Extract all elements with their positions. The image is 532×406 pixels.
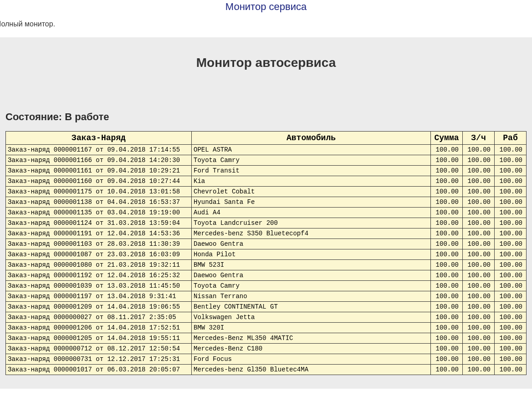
monitor-title: Монитор автосервиса xyxy=(0,56,532,70)
cell-zch: 100.00 xyxy=(463,176,495,187)
cell-zch: 100.00 xyxy=(463,260,495,270)
cell-order: Заказ-наряд 0000001161 от 09.04.2018 10:… xyxy=(6,166,192,176)
cell-vehicle: Mercedes-benz Gl350 Bluetec4MA xyxy=(192,365,431,375)
cell-rab: 100.00 xyxy=(495,228,527,239)
cell-rab: 100.00 xyxy=(495,333,527,344)
cell-zch: 100.00 xyxy=(463,218,495,228)
cell-zch: 100.00 xyxy=(463,208,495,218)
cell-vehicle: Nissan Terrano xyxy=(192,291,431,302)
cell-sum: 100.00 xyxy=(431,270,463,281)
cell-rab: 100.00 xyxy=(495,365,527,375)
header-zch: З/ч xyxy=(463,132,495,145)
cell-zch: 100.00 xyxy=(463,197,495,208)
cell-order: Заказ-наряд 0000001138 от 04.04.2018 16:… xyxy=(6,197,192,208)
cell-vehicle: Kia xyxy=(192,176,431,187)
cell-sum: 100.00 xyxy=(431,281,463,291)
cell-order: Заказ-наряд 0000001017 от 06.03.2018 20:… xyxy=(6,365,192,375)
cell-vehicle: Chevrolet Cobalt xyxy=(192,187,431,197)
cell-order: Заказ-наряд 0000001135 от 03.04.2018 19:… xyxy=(6,208,192,218)
cell-zch: 100.00 xyxy=(463,302,495,312)
header-vehicle: Автомобиль xyxy=(192,132,431,145)
table-row: Заказ-наряд 0000001087 от 23.03.2018 16:… xyxy=(6,249,527,260)
cell-rab: 100.00 xyxy=(495,208,527,218)
cell-order: Заказ-наряд 0000001080 от 21.03.2018 19:… xyxy=(6,260,192,270)
header-order: Заказ-Наряд xyxy=(6,132,192,145)
table-row: Заказ-наряд 0000001197 от 13.04.2018 9:3… xyxy=(6,291,527,302)
cell-zch: 100.00 xyxy=(463,145,495,155)
table-row: Заказ-наряд 0000001192 от 12.04.2018 16:… xyxy=(6,270,527,281)
cell-order: Заказ-наряд 0000001192 от 12.04.2018 16:… xyxy=(6,270,192,281)
cell-order: Заказ-наряд 0000001197 от 13.04.2018 9:3… xyxy=(6,291,192,302)
cell-rab: 100.00 xyxy=(495,281,527,291)
cell-order: Заказ-наряд 0000000027 от 08.11.2017 2:3… xyxy=(6,312,192,323)
cell-order: Заказ-наряд 0000001209 от 14.04.2018 19:… xyxy=(6,302,192,312)
cell-zch: 100.00 xyxy=(463,249,495,260)
content-area: Монитор автосервиса Состояние: В работе … xyxy=(0,37,532,389)
table-row: Заказ-наряд 0000001138 от 04.04.2018 16:… xyxy=(6,197,527,208)
cell-rab: 100.00 xyxy=(495,218,527,228)
cell-vehicle: BMW 523I xyxy=(192,260,431,270)
cell-order: Заказ-наряд 0000001166 от 09.04.2018 14:… xyxy=(6,155,192,166)
cell-order: Заказ-наряд 0000001175 от 10.04.2018 13:… xyxy=(6,187,192,197)
cell-order: Заказ-наряд 0000001167 от 09.04.2018 17:… xyxy=(6,145,192,155)
cell-zch: 100.00 xyxy=(463,166,495,176)
cell-zch: 100.00 xyxy=(463,187,495,197)
cell-order: Заказ-наряд 0000001039 от 13.03.2018 11:… xyxy=(6,281,192,291)
cell-vehicle: Daewoo Gentra xyxy=(192,239,431,249)
cell-vehicle: Mercedes-Benz C180 xyxy=(192,344,431,354)
cell-vehicle: Ford Transit xyxy=(192,166,431,176)
table-row: Заказ-наряд 0000001161 от 09.04.2018 10:… xyxy=(6,166,527,176)
cell-zch: 100.00 xyxy=(463,228,495,239)
cell-vehicle: Bentley CONTINENTAL GT xyxy=(192,302,431,312)
cell-order: Заказ-наряд 0000001205 от 14.04.2018 19:… xyxy=(6,333,192,344)
table-row: Заказ-наряд 0000000027 от 08.11.2017 2:3… xyxy=(6,312,527,323)
cell-zch: 100.00 xyxy=(463,312,495,323)
table-row: Заказ-наряд 0000001103 от 28.03.2018 11:… xyxy=(6,239,527,249)
cell-rab: 100.00 xyxy=(495,260,527,270)
orders-table: Заказ-Наряд Автомобиль Сумма З/ч Раб Зак… xyxy=(5,131,527,375)
page-subtitle: Іолный монитор. xyxy=(0,16,532,37)
cell-zch: 100.00 xyxy=(463,354,495,365)
header-sum: Сумма xyxy=(431,132,463,145)
cell-rab: 100.00 xyxy=(495,187,527,197)
cell-zch: 100.00 xyxy=(463,333,495,344)
cell-sum: 100.00 xyxy=(431,187,463,197)
cell-sum: 100.00 xyxy=(431,354,463,365)
cell-rab: 100.00 xyxy=(495,344,527,354)
cell-order: Заказ-наряд 0000001160 от 09.04.2018 10:… xyxy=(6,176,192,187)
table-row: Заказ-наряд 0000001209 от 14.04.2018 19:… xyxy=(6,302,527,312)
cell-vehicle: OPEL ASTRA xyxy=(192,145,431,155)
cell-rab: 100.00 xyxy=(495,270,527,281)
cell-vehicle: Mercedes-benz S350 Bluetecopf4 xyxy=(192,228,431,239)
cell-zch: 100.00 xyxy=(463,281,495,291)
header-rab: Раб xyxy=(495,132,527,145)
cell-sum: 100.00 xyxy=(431,145,463,155)
table-row: Заказ-наряд 0000001205 от 14.04.2018 19:… xyxy=(6,333,527,344)
table-row: Заказ-наряд 0000001206 от 14.04.2018 17:… xyxy=(6,323,527,333)
cell-order: Заказ-наряд 0000000731 от 12.12.2017 17:… xyxy=(6,354,192,365)
cell-order: Заказ-наряд 0000000712 от 08.12.2017 12:… xyxy=(6,344,192,354)
cell-vehicle: Toyota Camry xyxy=(192,281,431,291)
table-row: Заказ-наряд 0000001167 от 09.04.2018 17:… xyxy=(6,145,527,155)
table-header-row: Заказ-Наряд Автомобиль Сумма З/ч Раб xyxy=(6,132,527,145)
table-row: Заказ-наряд 0000001039 от 13.03.2018 11:… xyxy=(6,281,527,291)
cell-order: Заказ-наряд 0000001103 от 28.03.2018 11:… xyxy=(6,239,192,249)
cell-sum: 100.00 xyxy=(431,239,463,249)
table-row: Заказ-наряд 0000001017 от 06.03.2018 20:… xyxy=(6,365,527,375)
table-row: Заказ-наряд 0000000731 от 12.12.2017 17:… xyxy=(6,354,527,365)
cell-vehicle: Toyota Landcruiser 200 xyxy=(192,218,431,228)
page-header: Монитор сервиса xyxy=(0,0,532,16)
cell-order: Заказ-наряд 0000001206 от 14.04.2018 17:… xyxy=(6,323,192,333)
cell-sum: 100.00 xyxy=(431,218,463,228)
cell-zch: 100.00 xyxy=(463,291,495,302)
cell-sum: 100.00 xyxy=(431,166,463,176)
status-title: Состояние: В работе xyxy=(5,111,532,123)
cell-rab: 100.00 xyxy=(495,176,527,187)
cell-sum: 100.00 xyxy=(431,344,463,354)
table-row: Заказ-наряд 0000001160 от 09.04.2018 10:… xyxy=(6,176,527,187)
cell-vehicle: Toyota Camry xyxy=(192,155,431,166)
cell-rab: 100.00 xyxy=(495,155,527,166)
cell-order: Заказ-наряд 0000001191 от 12.04.2018 14:… xyxy=(6,228,192,239)
cell-zch: 100.00 xyxy=(463,323,495,333)
cell-zch: 100.00 xyxy=(463,239,495,249)
